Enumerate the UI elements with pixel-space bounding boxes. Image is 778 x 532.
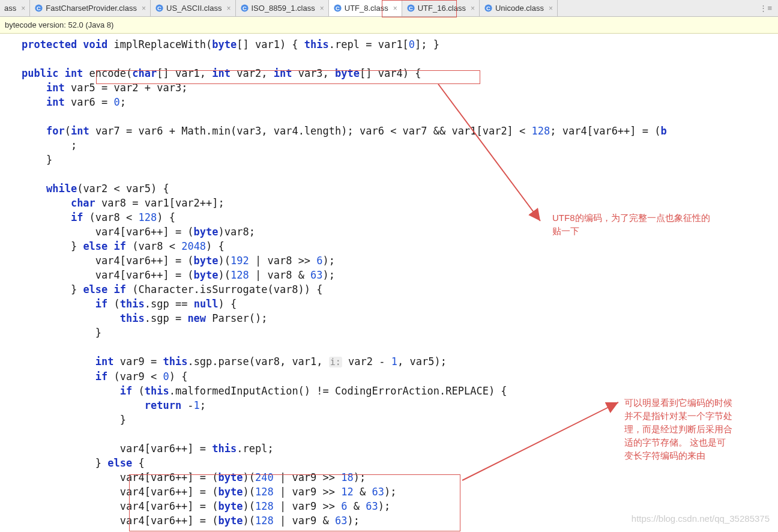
tab-label: ISO_8859_1.class — [252, 4, 315, 13]
svg-text:C: C — [336, 5, 340, 11]
tab-unicode[interactable]: CUnicode.class× — [480, 0, 558, 16]
tab-label: US_ASCII.class — [166, 4, 222, 13]
annotation-1: UTF8的编码，为了完整一点也象征性的贴一下 — [552, 211, 710, 238]
close-icon[interactable]: × — [471, 4, 475, 13]
svg-text:C: C — [409, 5, 413, 11]
class-icon: C — [34, 4, 43, 13]
tab-usascii[interactable]: CUS_ASCII.class× — [151, 0, 236, 16]
svg-text:C: C — [157, 5, 161, 11]
tab-iso8859[interactable]: CISO_8859_1.class× — [236, 0, 329, 16]
tab-label: Unicode.class — [495, 4, 544, 13]
tab-label: UTF_16.class — [418, 4, 466, 13]
close-icon[interactable]: × — [226, 4, 231, 13]
tab-fastcharsetprovider[interactable]: CFastCharsetProvider.class× — [30, 0, 151, 16]
tab-label: ass — [4, 4, 16, 13]
tab-label: UTF_8.class — [345, 4, 388, 13]
tabs-overflow[interactable]: ⋮≡ — [558, 0, 778, 16]
class-icon: C — [240, 4, 249, 13]
tab-utf8[interactable]: CUTF_8.class× — [329, 0, 402, 16]
class-icon: C — [333, 4, 342, 13]
svg-text:C: C — [37, 5, 41, 11]
watermark: https://blog.csdn.net/qq_35285375 — [632, 513, 770, 524]
svg-text:C: C — [486, 5, 490, 11]
bytecode-banner: bytecode version: 52.0 (Java 8) — [0, 17, 778, 34]
class-icon: C — [155, 4, 164, 13]
close-icon[interactable]: × — [142, 4, 146, 13]
close-icon[interactable]: × — [21, 4, 25, 13]
close-icon[interactable]: × — [320, 4, 324, 13]
tab-label: FastCharsetProvider.class — [46, 4, 137, 13]
tab-ass[interactable]: ass× — [0, 0, 30, 16]
close-icon[interactable]: × — [393, 4, 397, 13]
tab-utf16[interactable]: CUTF_16.class× — [402, 0, 480, 16]
class-icon: C — [406, 4, 415, 13]
close-icon[interactable]: × — [549, 4, 553, 13]
annotation-2: 可以明显看到它编码的时候并不是指针对某一个字节处理，而是经过判断后采用合适的字节… — [624, 396, 732, 462]
svg-text:C: C — [243, 5, 247, 11]
tab-bar: ass× CFastCharsetProvider.class× CUS_ASC… — [0, 0, 778, 17]
class-icon: C — [484, 4, 493, 13]
